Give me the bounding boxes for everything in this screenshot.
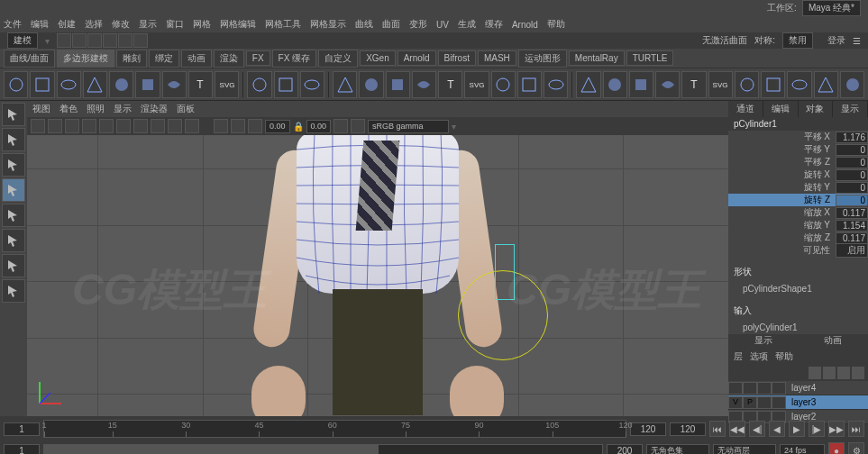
- status-icon[interactable]: [87, 33, 102, 48]
- layer-color[interactable]: [772, 396, 786, 409]
- rotate-manipulator[interactable]: [458, 270, 548, 360]
- vp-tool[interactable]: [168, 119, 182, 133]
- vp-tool[interactable]: [231, 119, 245, 133]
- shelf-tab[interactable]: Arnold: [397, 50, 436, 66]
- vp-tool[interactable]: [248, 119, 262, 133]
- vp-menu-item[interactable]: 面板: [177, 103, 195, 115]
- vp-menu-item[interactable]: 照明: [87, 103, 105, 115]
- range-end[interactable]: 200: [607, 444, 643, 455]
- viewport[interactable]: CG模型王 CG模型王: [27, 135, 728, 416]
- vp-tool[interactable]: [48, 119, 62, 133]
- shelf-item-icon[interactable]: [603, 71, 627, 98]
- layer-tool[interactable]: [823, 367, 836, 379]
- layer-vis-toggle[interactable]: [728, 382, 743, 395]
- shelf-item-icon[interactable]: [517, 71, 542, 98]
- shelf-item-icon[interactable]: [787, 71, 811, 98]
- shelf-tab[interactable]: MASH: [478, 50, 516, 66]
- menu-Arnold[interactable]: Arnold: [512, 20, 538, 30]
- menu-窗口[interactable]: 窗口: [166, 18, 184, 31]
- lasso-tool[interactable]: [2, 128, 25, 151]
- attr-row[interactable]: 缩放 Y1.154: [728, 219, 868, 232]
- shelf-tab[interactable]: XGen: [360, 50, 396, 66]
- vp-tool[interactable]: [31, 119, 45, 133]
- status-icon[interactable]: [72, 33, 87, 48]
- layer-color[interactable]: [772, 382, 786, 395]
- attr-value[interactable]: 0: [836, 157, 868, 168]
- shelf-item-icon[interactable]: [4, 71, 28, 98]
- move-tool[interactable]: [2, 153, 25, 177]
- layer-tab[interactable]: 显示: [728, 334, 799, 349]
- shape-node[interactable]: pCylinderShape1: [728, 282, 868, 295]
- layer-tool[interactable]: [837, 367, 850, 379]
- shelf-tab[interactable]: 绑定: [149, 50, 179, 68]
- layer-ref-toggle[interactable]: [757, 396, 772, 409]
- anim-layer[interactable]: 无动画层: [713, 444, 776, 455]
- snap-tool[interactable]: [2, 279, 25, 303]
- shelf-item-icon[interactable]: [629, 71, 653, 98]
- status-icon[interactable]: [57, 33, 71, 48]
- attr-value[interactable]: 0: [836, 169, 868, 181]
- step-fwd-button[interactable]: ▶▶: [828, 421, 845, 437]
- shelf-tab[interactable]: 雕刻: [116, 50, 147, 68]
- vp-tool[interactable]: [333, 119, 348, 133]
- vp-tool[interactable]: [151, 119, 165, 133]
- shelf-item-icon[interactable]: SVG: [464, 71, 489, 98]
- shelf-item-icon[interactable]: SVG: [215, 71, 239, 98]
- layer-row[interactable]: layer4: [728, 381, 868, 395]
- attr-row[interactable]: 缩放 Z0.117: [728, 232, 868, 244]
- vp-menu-item[interactable]: 渲染器: [141, 103, 168, 115]
- shelf-item-icon[interactable]: [274, 71, 298, 98]
- select-tool[interactable]: [2, 103, 25, 126]
- menu-UV[interactable]: UV: [436, 20, 449, 30]
- shelf-item-icon[interactable]: [576, 71, 600, 98]
- shelf-item-icon[interactable]: [655, 71, 680, 98]
- attr-value[interactable]: 0.117: [836, 232, 868, 244]
- shelf-item-icon[interactable]: [840, 71, 864, 98]
- menu-网格显示[interactable]: 网格显示: [310, 18, 346, 31]
- lock-icon[interactable]: 🔒: [293, 122, 304, 132]
- vp-menu-item[interactable]: 着色: [59, 103, 78, 115]
- cb-tab[interactable]: 编辑: [763, 101, 799, 117]
- layer-row[interactable]: VPlayer3: [728, 395, 868, 410]
- shelf-item-icon[interactable]: [83, 71, 107, 98]
- attr-row[interactable]: 平移 Z0: [728, 156, 868, 168]
- workspace-selector[interactable]: Maya 经典*: [802, 0, 861, 16]
- menu-编辑[interactable]: 编辑: [31, 18, 49, 31]
- range-start[interactable]: 1: [4, 444, 40, 455]
- shelf-item-icon[interactable]: SVG: [708, 71, 733, 98]
- menu-修改[interactable]: 修改: [112, 18, 130, 31]
- shelf-item-icon[interactable]: [109, 71, 133, 98]
- shelf-item-icon[interactable]: T: [438, 71, 462, 98]
- attr-value[interactable]: 启用: [836, 243, 868, 258]
- attr-row[interactable]: 可见性启用: [728, 244, 868, 257]
- shelf-item-icon[interactable]: [57, 71, 81, 98]
- time-start[interactable]: 1: [4, 422, 40, 436]
- attr-value[interactable]: 0: [836, 182, 868, 194]
- status-icon[interactable]: [103, 33, 117, 48]
- attr-row[interactable]: 旋转 X0: [728, 168, 868, 181]
- mode-selector[interactable]: 建模: [7, 32, 38, 49]
- time-current[interactable]: 120: [670, 422, 706, 436]
- vp-menu-item[interactable]: 显示: [114, 103, 132, 115]
- input-node[interactable]: polyCylinder1: [728, 321, 868, 334]
- layer-tool[interactable]: [852, 367, 864, 379]
- vp-tool[interactable]: [214, 119, 228, 133]
- time-end[interactable]: 120: [630, 422, 666, 436]
- shelf-item-icon[interactable]: [386, 71, 410, 98]
- rotate-tool[interactable]: [2, 178, 25, 202]
- colorspace-selector[interactable]: sRGB gamma: [368, 120, 449, 133]
- menu-帮助[interactable]: 帮助: [547, 18, 565, 31]
- vp-tool[interactable]: [116, 119, 131, 133]
- shelf-item-icon[interactable]: [333, 71, 357, 98]
- shelf-item-icon[interactable]: [135, 71, 160, 98]
- menu-文件[interactable]: 文件: [4, 18, 22, 31]
- menu-icon[interactable]: ☰: [853, 36, 861, 46]
- attr-row[interactable]: 旋转 Z0: [728, 194, 868, 206]
- char-set[interactable]: 无角色集: [646, 444, 709, 455]
- shelf-tab[interactable]: TURTLE: [626, 50, 674, 66]
- shelf-tab[interactable]: FX: [246, 50, 270, 66]
- attr-value[interactable]: 0: [836, 144, 868, 156]
- shelf-tab[interactable]: FX 缓存: [272, 50, 317, 68]
- shelf-item-icon[interactable]: [544, 71, 568, 98]
- layer-ref-toggle[interactable]: [757, 382, 772, 395]
